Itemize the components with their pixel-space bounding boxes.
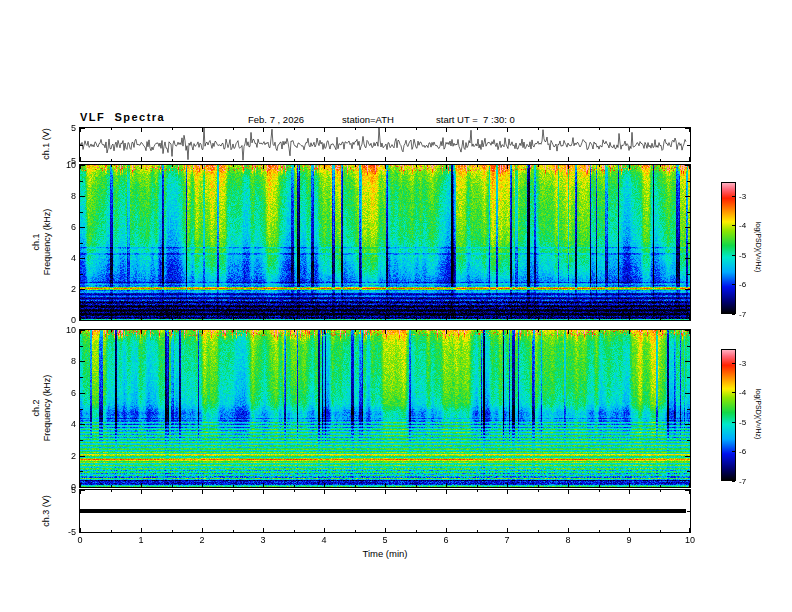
tick-mark — [660, 330, 661, 332]
tick-mark — [294, 485, 295, 487]
tick-mark — [629, 528, 630, 532]
tick-mark — [141, 316, 142, 320]
tick-mark — [660, 530, 661, 532]
tick-mark — [732, 196, 735, 197]
tick-mark — [80, 330, 85, 331]
tick-mark — [538, 128, 539, 130]
tick-mark — [732, 225, 735, 226]
ch2-spec-ylabel-line2: Frequency (kHz) — [42, 375, 53, 442]
ch1-spectrogram — [80, 165, 690, 320]
tick-mark — [538, 530, 539, 532]
panel-ch1-spectrogram — [79, 164, 691, 321]
tick-mark — [685, 393, 690, 394]
y-tick-label: 8 — [50, 356, 76, 366]
tick-mark — [416, 490, 417, 492]
tick-mark — [507, 330, 508, 334]
tick-mark — [687, 274, 690, 275]
tick-mark — [80, 346, 83, 347]
y-tick-label: 0 — [50, 315, 76, 325]
tick-mark — [111, 318, 112, 320]
tick-mark — [660, 490, 661, 492]
tick-mark — [660, 128, 661, 130]
y-tick-label: 2 — [50, 284, 76, 294]
tick-mark — [599, 318, 600, 320]
tick-mark — [80, 393, 85, 394]
tick-mark — [80, 424, 85, 425]
colorbar-tick-label: -3 — [739, 192, 746, 201]
tick-mark — [687, 305, 690, 306]
tick-mark — [629, 128, 630, 132]
tick-mark — [80, 305, 83, 306]
tick-mark — [294, 128, 295, 130]
tick-mark — [685, 320, 690, 321]
tick-mark — [263, 483, 264, 487]
tick-mark — [294, 330, 295, 332]
tick-mark — [685, 330, 690, 331]
tick-mark — [568, 165, 569, 169]
tick-mark — [507, 157, 508, 161]
tick-mark — [294, 165, 295, 167]
tick-mark — [202, 316, 203, 320]
ch1-spec-ylabel-line2: Frequency (kHz) — [42, 209, 53, 276]
tick-mark — [507, 490, 508, 494]
ch1-spec-ylabel-line1: ch.1 — [31, 209, 42, 276]
tick-mark — [80, 377, 83, 378]
figure-title: VLF Spectra — [80, 111, 165, 123]
y-tick-label: 2 — [50, 451, 76, 461]
tick-mark — [416, 330, 417, 332]
tick-mark — [416, 159, 417, 161]
tick-mark — [80, 532, 85, 533]
tick-mark — [80, 471, 83, 472]
tick-mark — [629, 316, 630, 320]
tick-mark — [446, 490, 447, 494]
tick-mark — [568, 483, 569, 487]
tick-mark — [172, 159, 173, 161]
tick-mark — [324, 165, 325, 169]
tick-mark — [202, 483, 203, 487]
y-tick-label: 4 — [50, 419, 76, 429]
tick-mark — [355, 318, 356, 320]
tick-mark — [568, 128, 569, 132]
tick-mark — [446, 157, 447, 161]
tick-mark — [80, 145, 83, 146]
tick-mark — [599, 530, 600, 532]
tick-mark — [660, 159, 661, 161]
x-tick-label: 3 — [252, 535, 274, 545]
tick-mark — [80, 212, 83, 213]
tick-mark — [172, 530, 173, 532]
tick-mark — [202, 157, 203, 161]
tick-mark — [233, 530, 234, 532]
x-axis-title: Time (min) — [345, 548, 425, 559]
tick-mark — [599, 128, 600, 130]
tick-mark — [507, 483, 508, 487]
tick-mark — [80, 320, 85, 321]
tick-mark — [141, 128, 142, 132]
x-tick-label: 9 — [618, 535, 640, 545]
tick-mark — [732, 255, 735, 256]
tick-mark — [538, 485, 539, 487]
tick-mark — [233, 490, 234, 492]
tick-mark — [599, 159, 600, 161]
tick-mark — [263, 157, 264, 161]
tick-mark — [111, 485, 112, 487]
x-tick-label: 6 — [435, 535, 457, 545]
tick-mark — [172, 165, 173, 167]
tick-mark — [416, 128, 417, 130]
colorbar-gradient-2 — [722, 350, 735, 480]
x-tick-label: 5 — [374, 535, 396, 545]
x-tick-label: 1 — [130, 535, 152, 545]
tick-mark — [202, 128, 203, 132]
tick-mark — [324, 483, 325, 487]
tick-mark — [732, 422, 735, 423]
tick-mark — [477, 165, 478, 167]
tick-mark — [141, 157, 142, 161]
tick-mark — [568, 157, 569, 161]
tick-mark — [324, 528, 325, 532]
tick-mark — [685, 361, 690, 362]
colorbar-tick-label: -7 — [739, 310, 746, 319]
tick-mark — [263, 528, 264, 532]
tick-mark — [80, 161, 85, 162]
ch3-wave-ylabel: ch.3 (V) — [41, 495, 52, 527]
x-tick-label: 10 — [679, 535, 701, 545]
tick-mark — [80, 243, 83, 244]
